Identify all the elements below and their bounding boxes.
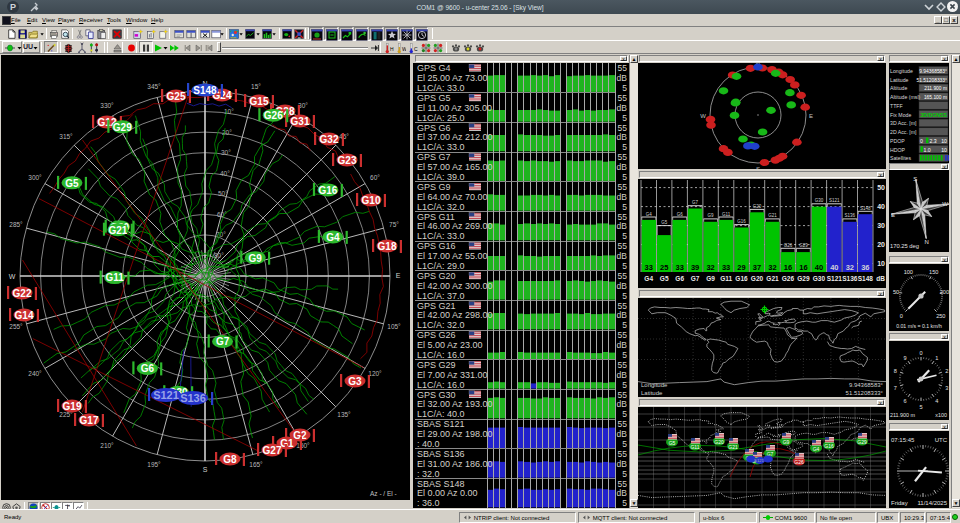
svg-text:25: 25 [660, 263, 668, 272]
svg-text:GPS G29: GPS G29 [417, 360, 456, 370]
svg-text:G16: G16 [737, 219, 746, 224]
svg-text:0: 0 [919, 350, 922, 356]
svg-text:G27: G27 [263, 445, 282, 456]
svg-text:165.100 m: 165.100 m [924, 95, 947, 100]
svg-text:55: 55 [618, 390, 628, 400]
svg-text:dB: dB [617, 73, 628, 83]
svg-text:300°: 300° [28, 174, 42, 181]
svg-text:GPS G9: GPS G9 [417, 182, 451, 192]
svg-text:G26: G26 [782, 275, 795, 282]
svg-text:16: 16 [799, 263, 807, 272]
svg-text:7: 7 [894, 385, 897, 391]
svg-text:El 32.00 Az 193.00: El 32.00 Az 193.00 [417, 399, 493, 409]
svg-text:L1C/A: 16.0: L1C/A: 16.0 [417, 350, 465, 360]
svg-text:51.51208333°: 51.51208333° [916, 78, 947, 83]
svg-text:W: W [402, 46, 406, 52]
svg-text:10°: 10° [224, 108, 234, 115]
svg-text:120°: 120° [368, 370, 382, 377]
svg-text:5: 5 [622, 380, 627, 390]
svg-text:105°: 105° [387, 323, 401, 330]
svg-text:G5: G5 [661, 220, 668, 225]
svg-text:El 29.00 Az 198.00: El 29.00 Az 198.00 [417, 429, 493, 439]
svg-text:G20: G20 [714, 439, 724, 445]
svg-text:29: 29 [737, 263, 745, 272]
svg-text:dB: dB [617, 340, 628, 350]
svg-text:: 40.0: : 40.0 [417, 439, 440, 449]
svg-text:5: 5 [622, 231, 627, 241]
svg-text:G29: G29 [799, 243, 808, 248]
svg-text:5: 5 [622, 409, 627, 419]
svg-text:39: 39 [691, 263, 699, 272]
svg-text:16: 16 [784, 263, 792, 272]
svg-text:5: 5 [622, 261, 627, 271]
svg-text:G21: G21 [766, 275, 779, 282]
svg-text:dB: dB [617, 162, 628, 172]
svg-text:55: 55 [618, 360, 628, 370]
svg-text:S121: S121 [153, 389, 179, 401]
svg-text:L1C/A: 37.0: L1C/A: 37.0 [417, 291, 465, 301]
svg-text:5: 5 [919, 404, 922, 410]
svg-text:0: 0 [900, 313, 903, 319]
svg-text:L1C/A: 39.0: L1C/A: 39.0 [417, 172, 465, 182]
svg-text:dB: dB [617, 459, 628, 469]
svg-text:55: 55 [618, 93, 628, 103]
svg-text:211.900 m: 211.900 m [890, 412, 916, 418]
svg-text:GPS G7: GPS G7 [417, 152, 451, 162]
svg-text:G3: G3 [348, 376, 362, 387]
svg-text:El 25.00 Az 73.00: El 25.00 Az 73.00 [417, 73, 488, 83]
svg-text:G6: G6 [677, 212, 684, 217]
svg-text:150°: 150° [296, 442, 310, 449]
svg-text:0: 0 [920, 138, 923, 144]
svg-text:55: 55 [618, 182, 628, 192]
svg-text:40°: 40° [220, 170, 230, 177]
svg-text:L1C/A: 16.0: L1C/A: 16.0 [417, 380, 465, 390]
svg-text:G32: G32 [320, 134, 339, 145]
svg-text:55: 55 [618, 241, 628, 251]
svg-text:33: 33 [645, 263, 653, 272]
svg-text:30: 30 [877, 222, 885, 229]
svg-text:SBAS S136: SBAS S136 [417, 449, 465, 459]
svg-text:5: 5 [622, 291, 627, 301]
svg-text:37: 37 [753, 263, 761, 272]
svg-text:G14: G14 [15, 310, 34, 321]
svg-text:dB: dB [617, 429, 628, 439]
svg-text:60°: 60° [370, 174, 380, 181]
svg-text:El 37.00 Az 212.00: El 37.00 Az 212.00 [417, 132, 493, 142]
svg-text:80°: 80° [214, 252, 224, 259]
svg-text:50°: 50° [218, 190, 228, 197]
svg-text:G29: G29 [857, 439, 867, 445]
svg-text:G30: G30 [815, 198, 824, 203]
svg-text:50: 50 [877, 184, 885, 191]
svg-text:9.94368583°: 9.94368583° [849, 382, 884, 388]
svg-text:dB: dB [617, 221, 628, 231]
svg-text:G4: G4 [646, 212, 653, 217]
svg-text:G1: G1 [280, 438, 294, 449]
svg-text:L1C/A: 32.0: L1C/A: 32.0 [417, 202, 465, 212]
svg-text:GPS G16: GPS G16 [417, 241, 456, 251]
svg-text:36: 36 [861, 263, 869, 272]
svg-text:HDOP: HDOP [890, 147, 906, 153]
svg-text:4: 4 [935, 398, 938, 404]
svg-text:GPS G4: GPS G4 [417, 63, 451, 73]
svg-text:100: 100 [904, 269, 913, 275]
svg-text:S148: S148 [193, 85, 217, 96]
svg-text:El 5.00 Az 23.00: El 5.00 Az 23.00 [417, 340, 483, 350]
svg-text:11/14/2025: 11/14/2025 [917, 500, 947, 506]
svg-text:2.3: 2.3 [930, 138, 937, 144]
svg-text:El 0.00 Az 0.00: El 0.00 Az 0.00 [417, 488, 478, 498]
svg-text:dB: dB [617, 103, 628, 113]
svg-text:G7: G7 [216, 336, 230, 347]
svg-text:8: 8 [894, 368, 897, 374]
svg-text:G4: G4 [326, 232, 340, 243]
svg-text:GPS G11: GPS G11 [417, 212, 455, 222]
svg-text:40: 40 [877, 203, 885, 210]
svg-text:285°: 285° [9, 221, 23, 228]
svg-text:2: 2 [945, 368, 948, 374]
svg-text:40: 40 [815, 263, 823, 272]
svg-text:G22: G22 [13, 288, 32, 299]
svg-text:33: 33 [722, 263, 730, 272]
svg-text:G20: G20 [751, 275, 764, 282]
svg-text:5: 5 [622, 83, 627, 93]
svg-text:315°: 315° [59, 133, 73, 140]
svg-text:G9: G9 [783, 439, 790, 445]
